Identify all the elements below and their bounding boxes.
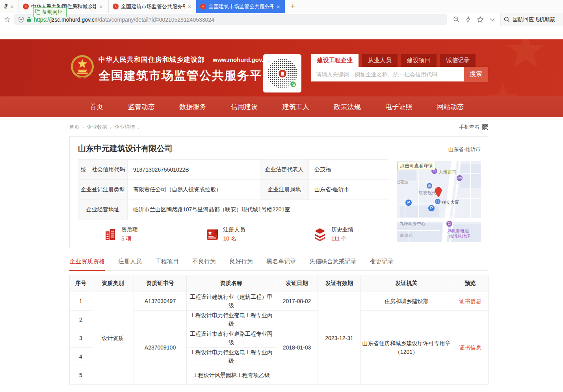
breadcrumb-company-data[interactable]: 企业数据: [87, 124, 107, 131]
nav-item-policy[interactable]: 政策法规: [334, 102, 361, 111]
browser-tab-0[interactable]: 界 ×: [0, 0, 19, 13]
nav-item-workers[interactable]: 建筑工人: [282, 102, 309, 111]
map-poi-label: 联安大厦: [442, 200, 459, 205]
tab-close-icon[interactable]: ×: [10, 4, 15, 10]
col-header-name: 资质名称: [187, 275, 276, 292]
reg-place-value: 山东省-临沂市: [309, 180, 388, 200]
breadcrumb-home[interactable]: 首页: [69, 124, 80, 131]
nav-item-site-news[interactable]: 网站动态: [437, 102, 464, 111]
qualification-name: 工程设计电力行业变电工程专业丙级: [187, 311, 276, 329]
page-top-gap: [0, 26, 563, 39]
breadcrumb: 首页 › 企业数据 › 企业详情 › 手机查看: [69, 124, 488, 131]
atm-marker-icon: ATM: [457, 175, 463, 181]
stat-value: 5 项: [121, 235, 138, 242]
qualification-name: 工程设计建筑行业（建筑工程）甲级: [187, 292, 276, 311]
stat-label: 历史业绩: [331, 226, 353, 233]
location-pin-icon: [435, 187, 442, 198]
qualification-table: 序号 资质类别 资质证书号 资质名称 发证日期 发证有效期 发证机关 预览 1 …: [69, 275, 489, 385]
nav-item-credit[interactable]: 信用建设: [231, 102, 258, 111]
certificate-info-link[interactable]: 证书信息: [459, 344, 481, 351]
browser-tab-3-active[interactable]: ★ 全国建筑市场监管公共服务平台 ×: [196, 0, 285, 13]
tab-dishonesty-records[interactable]: 失信联合惩戒记录: [309, 258, 357, 270]
ministry-name: 中华人民共和国住房和城乡建设部: [98, 55, 205, 64]
tab-close-icon[interactable]: ×: [98, 4, 103, 10]
national-emblem-logo: [70, 54, 95, 82]
tab-enterprise-qualification[interactable]: 企业资质资格: [69, 258, 105, 271]
tab-registered-personnel[interactable]: 注册人员: [118, 258, 142, 270]
tab-close-icon[interactable]: ×: [276, 4, 281, 10]
parking-icon: P: [428, 205, 435, 211]
cert-number: A137030497: [134, 292, 187, 311]
flash-icon[interactable]: [466, 16, 471, 23]
mobile-view-button[interactable]: 手机查看: [459, 124, 488, 131]
issuing-authority: 住房和城乡建设部: [361, 292, 452, 311]
company-stats: 资质项 5 项 注册人员 10 名: [78, 226, 388, 242]
reg-type-value: 有限责任公司（自然人投资或控股）: [128, 180, 260, 200]
breadcrumb-separator: ›: [110, 124, 111, 130]
nav-item-home[interactable]: 首页: [90, 102, 103, 111]
address-bar-input[interactable]: https://jzsc.mohurd.gov.cn/data/company/…: [14, 14, 447, 25]
qualification-name: 工程设计市政行业道路工程专业丙级: [187, 329, 276, 348]
tab-title: 全国建筑市场监管公共服务平台: [208, 3, 273, 10]
nav-item-e-license[interactable]: 电子证照: [385, 102, 412, 111]
copy-url-tooltip: 复制网址: [33, 7, 67, 17]
residence-marker-icon: 血: [427, 183, 432, 189]
stat-historical-performance: 历史业绩 111 个: [312, 226, 353, 242]
stat-qualifications: 资质项 5 项: [103, 226, 138, 242]
breadcrumb-separator: ›: [138, 124, 139, 130]
mobile-view-label: 手机查看: [459, 124, 479, 131]
map-poi-label: 九峰商务中心: [399, 221, 426, 227]
tab-close-icon[interactable]: ×: [187, 4, 192, 10]
atm-label: ATM: [457, 177, 462, 179]
new-tab-button[interactable]: +: [285, 1, 301, 12]
row-index: 3: [70, 329, 92, 348]
breadcrumb-company-detail[interactable]: 企业详情: [115, 124, 135, 131]
detail-tabs: 企业资质资格 注册人员 工程项目 不良行为 良好行为 黑名单记录 失信联合惩戒记…: [69, 258, 488, 271]
company-summary-card: 山东中元建筑设计有限公司 山东省-临沂市 统一社会信用代码 9137130267…: [69, 136, 488, 248]
browser-action-icons: [447, 16, 500, 23]
favorite-star-icon[interactable]: [477, 16, 484, 23]
chevron-down-icon[interactable]: [490, 18, 495, 21]
row-index: 1: [70, 292, 92, 311]
browser-tab-2[interactable]: ★ 全国建筑市场监管公共服务平台 ×: [109, 0, 196, 13]
issue-date: 2018-01-03: [276, 311, 318, 385]
nav-item-supervision[interactable]: 监管动态: [128, 102, 155, 111]
browser-search-box[interactable]: 国航回应飞机颠簸: [500, 13, 563, 26]
certificate-info-link[interactable]: 证书信息: [459, 298, 481, 304]
qualification-name: 工程设计风景园林工程专项乙级: [187, 366, 276, 385]
col-header-category: 资质类别: [92, 275, 134, 292]
tab-good-behavior[interactable]: 良好行为: [229, 258, 253, 270]
search-tab-personnel[interactable]: 从业人员: [362, 54, 398, 67]
main-navigation: 首页 监管动态 数据服务 信用建设 建筑工人 政策法规 电子证照 网站动态: [0, 96, 563, 117]
tab-title: 界: [4, 3, 7, 10]
keyword-search-input[interactable]: [311, 67, 464, 81]
stat-label: 资质项: [121, 226, 138, 233]
search-tab-project[interactable]: 建设项目: [401, 54, 437, 67]
stat-value: 111 个: [331, 235, 353, 242]
table-header-row: 序号 资质类别 资质证书号 资质名称 发证日期 发证有效期 发证机关 预览: [70, 275, 489, 292]
site-favicon-icon: ★: [200, 4, 206, 9]
building-icon: [103, 227, 117, 242]
tab-bad-behavior[interactable]: 不良行为: [192, 258, 216, 270]
legal-rep-label: 企业法定代表人: [260, 160, 309, 180]
shield-plus-icon[interactable]: [18, 17, 24, 23]
zoom-out-icon[interactable]: [453, 16, 460, 23]
header-search-module: 建设工程企业 从业人员 建设项目 诚信记录 搜索: [311, 54, 488, 81]
tab-blacklist[interactable]: 黑名单记录: [266, 258, 296, 270]
address-value: 临沂市兰山区陶然路107号星河晶都（联安）现代城1号楼2201室: [128, 200, 388, 220]
tab-projects[interactable]: 工程项目: [155, 258, 179, 270]
site-favicon-icon: ★: [113, 4, 119, 9]
search-tab-credit[interactable]: 诚信记录: [440, 54, 476, 67]
certificate-book-icon: [205, 227, 219, 242]
company-location-map[interactable]: 点击可查看详情 口 九州超市 ATM 纪花园 血 联安现代城 口 联安大厦 P …: [397, 161, 481, 242]
search-button[interactable]: 搜索: [464, 67, 488, 81]
company-name: 山东中元建筑设计有限公司: [78, 143, 173, 154]
tab-change-records[interactable]: 变更记录: [370, 258, 394, 270]
layers-icon: [312, 227, 327, 242]
search-tab-enterprise[interactable]: 建设工程企业: [311, 54, 359, 67]
col-header-issue-date: 发证日期: [276, 275, 318, 292]
bookmark-star-icon[interactable]: ☆: [0, 15, 14, 24]
parking-icon: P: [405, 200, 412, 206]
col-header-preview: 预览: [452, 275, 489, 292]
nav-item-data-service[interactable]: 数据服务: [179, 102, 206, 111]
